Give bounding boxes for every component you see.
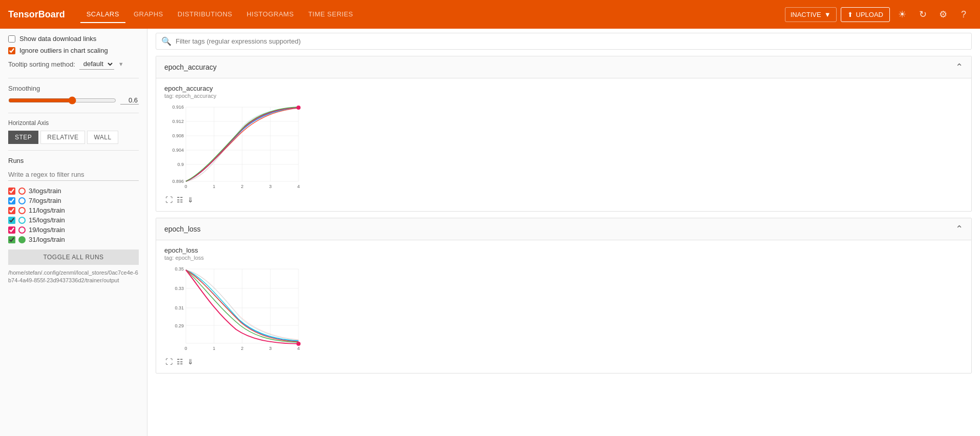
chart-epoch-loss-tag: tag: epoch_loss [164, 255, 308, 261]
smoothing-value: 0.6 [120, 96, 139, 105]
help-button[interactable]: ? [955, 6, 972, 23]
run-item-1[interactable]: 7/logs/train [8, 197, 139, 204]
tooltip-row: Tooltip sorting method: default ▼ [8, 58, 139, 70]
run-item-4[interactable]: 19/logs/train [8, 226, 139, 234]
svg-text:1: 1 [212, 184, 215, 189]
axis-relative-button[interactable]: RELATIVE [40, 131, 85, 144]
show-data-download-label: Show data download links [19, 35, 96, 43]
section-epoch-loss: epoch_loss ⌃ epoch_loss tag: epoch_loss [156, 218, 972, 373]
svg-text:0.9: 0.9 [177, 162, 184, 167]
refresh-button[interactable]: ↻ [914, 6, 931, 23]
svg-text:0.35: 0.35 [175, 266, 184, 272]
run-path: /home/stefan/.config/zenml/local_stores/… [8, 269, 139, 285]
axis-buttons: STEP RELATIVE WALL [8, 131, 139, 144]
run-color-5 [18, 236, 26, 243]
chart-loss-list-button[interactable]: ☷ [176, 357, 184, 367]
runs-filter-input[interactable] [8, 169, 139, 181]
svg-text:3: 3 [269, 184, 271, 189]
nav-scalars[interactable]: SCALARS [80, 6, 125, 23]
theme-button[interactable]: ☀ [894, 6, 910, 23]
header-right: INACTIVE ▼ ⬆ UPLOAD ☀ ↻ ⚙ ? [785, 6, 972, 23]
svg-text:0.896: 0.896 [172, 179, 184, 184]
chart-download-button[interactable]: ⇓ [186, 195, 195, 205]
run-label-1: 7/logs/train [29, 197, 61, 204]
show-data-download-checkbox[interactable] [8, 35, 15, 43]
svg-text:4: 4 [297, 346, 300, 351]
svg-text:0.29: 0.29 [175, 323, 184, 328]
chart-list-button[interactable]: ☷ [176, 195, 184, 205]
svg-text:0.916: 0.916 [172, 105, 184, 110]
run-label-0: 3/logs/train [29, 187, 61, 195]
run-checkbox-0[interactable] [8, 188, 15, 195]
search-icon: 🔍 [161, 36, 172, 46]
run-checkbox-2[interactable] [8, 207, 15, 214]
run-item-3[interactable]: 15/logs/train [8, 216, 139, 224]
svg-text:0.31: 0.31 [175, 305, 184, 310]
logo: TensorBoard [8, 9, 65, 20]
svg-text:2: 2 [241, 184, 243, 189]
run-checkbox-5[interactable] [8, 236, 15, 243]
chevron-down-icon: ▼ [824, 11, 831, 18]
svg-point-42 [296, 342, 301, 346]
chart-epoch-accuracy-actions: ⛶ ☷ ⇓ [164, 195, 308, 205]
smoothing-label: Smoothing [8, 85, 139, 92]
svg-text:1: 1 [212, 346, 215, 351]
axis-wall-button[interactable]: WALL [87, 131, 118, 144]
run-color-2 [18, 207, 26, 214]
svg-text:0.908: 0.908 [172, 133, 184, 138]
run-checkbox-3[interactable] [8, 217, 15, 224]
nav-time-series[interactable]: TIME SERIES [302, 6, 359, 23]
run-item-5[interactable]: 31/logs/train [8, 236, 139, 243]
run-item-0[interactable]: 3/logs/train [8, 187, 139, 195]
chart-card-epoch-accuracy: epoch_accuracy tag: epoch_accuracy [164, 85, 308, 205]
nav-distributions[interactable]: DISTRIBUTIONS [172, 6, 239, 23]
run-color-3 [18, 217, 26, 224]
show-data-download-row: Show data download links [8, 35, 139, 43]
toggle-all-runs-button[interactable]: TOGGLE ALL RUNS [8, 250, 139, 265]
section-epoch-accuracy-body: epoch_accuracy tag: epoch_accuracy [156, 78, 971, 211]
nav-histograms[interactable]: HISTOGRAMS [241, 6, 300, 23]
svg-text:0.904: 0.904 [172, 148, 184, 153]
filter-bar: 🔍 [156, 33, 972, 50]
tooltip-sorting-select[interactable]: default [79, 58, 114, 70]
section-epoch-accuracy-header: epoch_accuracy ⌃ [156, 56, 971, 78]
layout: Show data download links Ignore outliers… [0, 29, 980, 436]
run-color-1 [18, 197, 26, 204]
upload-button[interactable]: ⬆ UPLOAD [841, 7, 890, 22]
collapse-epoch-accuracy-icon[interactable]: ⌃ [955, 61, 963, 73]
filter-tags-input[interactable] [176, 37, 966, 45]
ignore-outliers-checkbox[interactable] [8, 47, 15, 54]
main-content: 🔍 epoch_accuracy ⌃ epoch_accuracy tag: e… [147, 29, 980, 436]
chart-expand-button[interactable]: ⛶ [164, 195, 174, 205]
chart-loss-download-button[interactable]: ⇓ [186, 357, 195, 367]
ignore-outliers-row: Ignore outliers in chart scaling [8, 47, 139, 54]
chart-loss-expand-button[interactable]: ⛶ [164, 357, 174, 367]
divider-2 [8, 113, 139, 113]
run-item-2[interactable]: 11/logs/train [8, 206, 139, 214]
smoothing-row: 0.6 [8, 96, 139, 105]
svg-text:2: 2 [241, 346, 243, 351]
tooltip-sorting-label: Tooltip sorting method: [8, 60, 75, 68]
horizontal-axis-label: Horizontal Axis [8, 119, 139, 127]
run-checkbox-1[interactable] [8, 197, 15, 204]
chart-epoch-loss-area: 0.35 0.33 0.31 0.29 0 1 2 3 4 [164, 264, 308, 354]
run-label-5: 31/logs/train [29, 236, 65, 243]
divider-1 [8, 78, 139, 78]
chart-epoch-accuracy-svg: 0.916 0.912 0.908 0.904 0.9 0.896 0 1 2 … [164, 102, 308, 192]
sidebar: Show data download links Ignore outliers… [0, 29, 147, 436]
inactive-dropdown[interactable]: INACTIVE ▼ [785, 7, 837, 22]
main-nav: SCALARS GRAPHS DISTRIBUTIONS HISTOGRAMS … [80, 6, 359, 23]
smoothing-slider[interactable] [8, 96, 116, 105]
runs-title: Runs [8, 157, 139, 164]
header: TensorBoard SCALARS GRAPHS DISTRIBUTIONS… [0, 0, 980, 29]
axis-step-button[interactable]: STEP [8, 131, 38, 144]
settings-button[interactable]: ⚙ [935, 6, 951, 23]
run-label-4: 19/logs/train [29, 226, 65, 234]
section-epoch-accuracy-title: epoch_accuracy [164, 63, 217, 71]
run-checkbox-4[interactable] [8, 226, 15, 234]
chart-epoch-accuracy-area: 0.916 0.912 0.908 0.904 0.9 0.896 0 1 2 … [164, 102, 308, 192]
nav-graphs[interactable]: GRAPHS [127, 6, 169, 23]
chart-epoch-loss-title: epoch_loss [164, 246, 308, 254]
section-epoch-loss-header: epoch_loss ⌃ [156, 218, 971, 240]
collapse-epoch-loss-icon[interactable]: ⌃ [955, 223, 963, 235]
